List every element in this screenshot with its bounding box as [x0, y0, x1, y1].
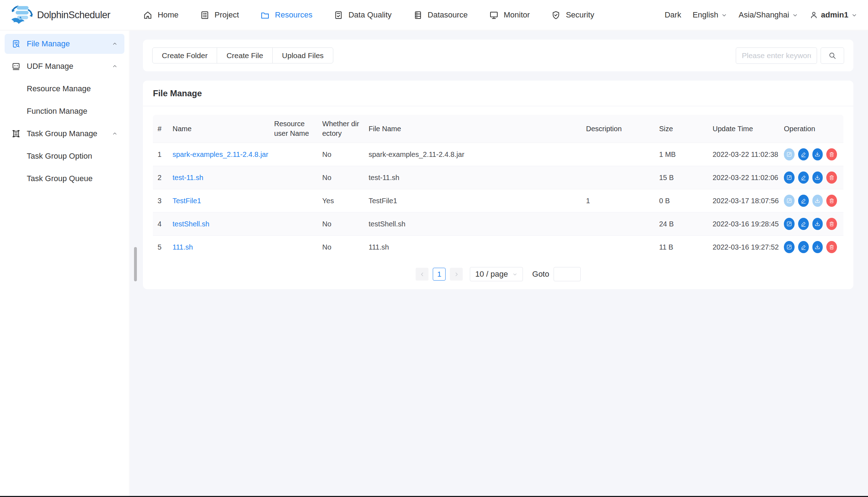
file-name-link[interactable]: testShell.sh	[173, 220, 209, 228]
nav-item-datasource[interactable]: Datasource	[413, 10, 468, 20]
edit-file-button[interactable]	[784, 241, 795, 253]
edit-file-button[interactable]	[784, 171, 795, 184]
cell-update-time: 2022-03-16 19:27:52	[713, 243, 784, 251]
file-search-icon	[11, 39, 21, 48]
username: admin1	[821, 10, 848, 20]
trash-icon	[828, 198, 835, 204]
chevron-left-icon	[419, 271, 425, 277]
cell-operation	[784, 241, 843, 253]
download-icon	[814, 221, 821, 227]
sidebar-subitem-resource-manage[interactable]: Resource Manage	[5, 79, 124, 99]
next-page-button[interactable]	[450, 268, 463, 281]
download-icon	[814, 198, 821, 204]
language-label: English	[693, 10, 718, 20]
sidebar-item-file-manage[interactable]: File Manage	[5, 34, 124, 54]
search-icon	[828, 52, 836, 60]
edit-square-icon	[786, 244, 792, 250]
file-name-link[interactable]: spark-examples_2.11-2.4.8.jar	[173, 150, 268, 158]
cell-index: 2	[153, 174, 173, 182]
security-icon	[551, 10, 561, 20]
edit-square-icon	[786, 198, 792, 204]
cell-operation	[784, 171, 843, 184]
upload-files-button[interactable]: Upload Files	[272, 47, 333, 63]
goto-page-input[interactable]	[554, 267, 581, 281]
scrollbar-thumb[interactable]	[134, 247, 137, 281]
cell-file-name: spark-examples_2.11-2.4.8.jar	[369, 150, 586, 159]
card-title-row: File Manage	[143, 81, 853, 106]
delete-button[interactable]	[826, 241, 837, 253]
rename-button[interactable]	[798, 218, 809, 230]
delete-button[interactable]	[826, 148, 837, 160]
delete-button[interactable]	[826, 171, 837, 184]
trash-icon	[828, 244, 835, 250]
rename-button[interactable]	[798, 171, 809, 184]
language-select[interactable]: English	[693, 10, 727, 20]
prev-page-button[interactable]	[416, 268, 428, 281]
monitor-icon	[489, 10, 499, 20]
goto-label: Goto	[532, 270, 549, 279]
nav-item-home[interactable]: Home	[143, 10, 179, 20]
file-name-link[interactable]: 111.sh	[173, 243, 193, 251]
rename-button[interactable]	[798, 195, 809, 207]
pencil-icon	[800, 174, 807, 181]
cell-size: 11 B	[659, 243, 713, 251]
sidebar-subitem-task-group-option[interactable]: Task Group Option	[5, 146, 124, 166]
timezone-label: Asia/Shanghai	[739, 10, 789, 20]
cell-whether-directory: No	[322, 150, 369, 159]
nav-item-security[interactable]: Security	[551, 10, 594, 20]
trash-icon	[828, 151, 835, 158]
cell-operation	[784, 148, 843, 160]
main-content: Create Folder Create File Upload Files F…	[130, 31, 868, 497]
rename-button[interactable]	[798, 241, 809, 253]
sidebar-item-udf-manage[interactable]: UDF Manage	[5, 56, 124, 76]
timezone-select[interactable]: Asia/Shanghai	[739, 10, 798, 20]
nav-item-monitor[interactable]: Monitor	[489, 10, 530, 20]
download-button[interactable]	[812, 241, 823, 253]
brand-logo[interactable]: DolphinScheduler	[11, 5, 110, 25]
user-menu[interactable]: admin1	[810, 10, 857, 20]
pagination: 1 10 / page Goto	[153, 267, 843, 281]
sidebar-item-task-group-manage[interactable]: Task Group Manage	[5, 124, 124, 144]
cell-index: 5	[153, 243, 173, 251]
search-button[interactable]	[821, 47, 844, 64]
page-1-button[interactable]: 1	[433, 268, 446, 281]
data-quality-icon	[334, 10, 343, 20]
file-name-link[interactable]: test-11.sh	[173, 174, 203, 181]
theme-toggle[interactable]: Dark	[664, 10, 681, 20]
nav-item-project[interactable]: Project	[200, 10, 239, 20]
create-folder-button[interactable]: Create Folder	[152, 47, 217, 63]
nav-item-resources[interactable]: Resources	[260, 10, 312, 20]
cell-file-name: testShell.sh	[369, 220, 586, 228]
nav-item-data-quality[interactable]: Data Quality	[334, 10, 391, 20]
cell-operation	[784, 218, 843, 230]
file-name-link[interactable]: TestFile1	[173, 197, 201, 205]
download-button[interactable]	[812, 148, 823, 160]
create-file-button[interactable]: Create File	[217, 47, 273, 63]
edit-square-icon	[786, 151, 792, 158]
pencil-icon	[800, 221, 807, 227]
download-icon	[814, 244, 821, 250]
delete-button[interactable]	[826, 218, 837, 230]
sidebar-subitem-task-group-queue[interactable]: Task Group Queue	[5, 169, 124, 189]
chevron-up-icon	[112, 131, 118, 137]
download-button[interactable]	[812, 218, 823, 230]
page-title: File Manage	[153, 88, 202, 98]
edit-file-button	[784, 148, 795, 160]
cell-update-time: 2022-03-16 19:28:45	[713, 220, 784, 228]
edit-file-button[interactable]	[784, 218, 795, 230]
page-size-select[interactable]: 10 / page	[470, 267, 523, 281]
cell-index: 3	[153, 197, 173, 205]
rename-button[interactable]	[798, 148, 809, 160]
cell-description: 1	[586, 197, 659, 205]
column-header-index: #	[153, 124, 173, 134]
column-header-file-name: File Name	[369, 124, 586, 134]
search-input[interactable]	[736, 47, 817, 64]
sidebar-subitem-function-manage[interactable]: Function Manage	[5, 101, 124, 121]
table-row: 3 TestFile1 Yes TestFile1 1 0 B 2022-03-…	[153, 189, 843, 212]
delete-button[interactable]	[826, 195, 837, 207]
table-body: 1 spark-examples_2.11-2.4.8.jar No spark…	[153, 143, 843, 258]
download-button[interactable]	[812, 171, 823, 184]
trash-icon	[828, 174, 835, 181]
chevron-up-icon	[112, 41, 118, 47]
pencil-icon	[800, 151, 807, 158]
